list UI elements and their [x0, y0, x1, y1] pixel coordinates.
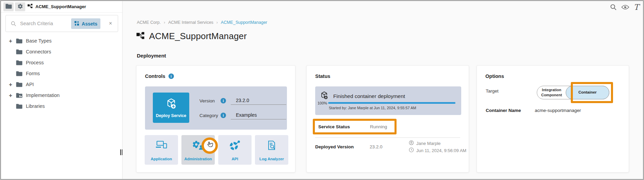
container-name-label: Container Name — [486, 108, 521, 113]
api-icon — [229, 140, 241, 151]
tree-item-libraries[interactable]: Libraries — [1, 101, 122, 112]
sidebar-toolbar: ACME_SupportManager — [1, 1, 122, 13]
progress-bar — [328, 102, 455, 104]
section-heading: Deployment — [137, 53, 166, 59]
settings-button[interactable] — [15, 2, 25, 11]
version-input[interactable] — [231, 97, 286, 105]
gear-icon — [17, 3, 23, 11]
top-right-actions: T — [610, 3, 639, 11]
clock-icon — [409, 147, 414, 153]
tile-label: API — [231, 157, 238, 161]
container-button[interactable]: Container — [566, 86, 609, 99]
breadcrumb-current[interactable]: ACME_SupportManager — [221, 20, 267, 25]
sidebar: ACME_SupportManager Assets × + Base Type… — [1, 1, 123, 179]
application-tile[interactable]: Application — [145, 135, 178, 165]
folder-icon — [16, 71, 22, 78]
tile-label: Application — [151, 157, 172, 161]
search-icon — [11, 21, 16, 28]
tree-item-process[interactable]: Process — [1, 58, 122, 68]
package-status-icon — [320, 91, 329, 101]
search-button[interactable] — [610, 4, 617, 11]
breadcrumb-item[interactable]: ACME Internal Services — [168, 20, 213, 25]
log-analyzer-tile[interactable]: Log Analyzer — [255, 135, 288, 165]
preview-eye-button[interactable] — [621, 4, 629, 10]
explorer-button[interactable] — [3, 2, 14, 11]
expand-icon[interactable]: + — [8, 81, 13, 88]
hand-cursor-icon — [206, 141, 214, 151]
status-heading: Status — [315, 73, 330, 79]
tree-item-label: Forms — [26, 71, 40, 76]
page-title-row: ACME_SupportManager — [136, 31, 247, 42]
tree-item-implementation[interactable]: + Implementation — [1, 90, 122, 101]
tree-item-label: Base Types — [26, 38, 52, 44]
highlight-box-service-status: Service Status Running — [313, 119, 397, 134]
assets-icon — [74, 21, 79, 27]
deployed-version-label: Deployed Version — [315, 144, 354, 149]
main-content: T ACME Corp. › ACME Internal Services › … — [123, 1, 643, 179]
sidebar-resize-handle[interactable] — [120, 149, 123, 155]
deploy-service-button[interactable]: Deploy Service — [153, 93, 189, 123]
tree-item-label: API — [26, 82, 34, 87]
text-tool-button[interactable]: T — [634, 3, 639, 11]
target-toggle: Integration Component Container — [537, 86, 609, 99]
asset-tree: + Base Types Connectors Process Forms + … — [1, 36, 122, 112]
deployed-at-row: Jun 11, 2024, 9:56:09 AM — [409, 147, 466, 153]
log-analyzer-icon — [267, 140, 277, 151]
controls-card: Controls i Deploy Service Version — [136, 65, 295, 173]
app-window: ACME_SupportManager Assets × + Base Type… — [0, 0, 644, 180]
tab-acme-supportmanager[interactable]: ACME_SupportManager — [28, 1, 86, 12]
expand-icon[interactable]: + — [8, 92, 13, 99]
service-status-value: Running — [370, 124, 387, 129]
project-icon — [28, 4, 33, 10]
category-input[interactable] — [231, 112, 286, 119]
package-deploy-icon — [165, 98, 177, 110]
tree-item-api[interactable]: + API — [1, 79, 122, 90]
deploy-button-label: Deploy Service — [156, 113, 187, 118]
api-tile[interactable]: API — [218, 135, 252, 165]
search-box: Assets × — [5, 15, 118, 32]
tree-item-base-types[interactable]: + Base Types — [1, 36, 122, 47]
click-indicator — [202, 137, 218, 154]
progress-percent: 100% — [318, 101, 327, 105]
application-icon — [155, 140, 167, 151]
tree-item-label: Connectors — [26, 49, 51, 54]
category-label: Category — [199, 113, 221, 118]
assets-filter-button[interactable]: Assets — [71, 18, 100, 29]
folder-icon — [16, 49, 22, 56]
deployment-message: Finished container deployment — [333, 93, 405, 99]
options-card: Options Target Integration Component Con… — [477, 65, 629, 173]
tree-item-connectors[interactable]: Connectors — [1, 47, 122, 58]
folder-icon — [16, 38, 22, 45]
deployed-by-row: Jane Marple — [409, 140, 441, 146]
deployed-at-value: Jun 11, 2024, 9:56:09 AM — [416, 148, 466, 153]
folder-icon — [16, 82, 22, 88]
tab-title: ACME_SupportManager — [35, 4, 86, 9]
breadcrumb: ACME Corp. › ACME Internal Services › AC… — [137, 20, 267, 25]
deploy-panel: Deploy Service Version i Category i — [145, 86, 287, 130]
person-icon — [409, 140, 414, 146]
tile-label: Log Analyzer — [259, 157, 284, 161]
status-panel: Finished container deployment 100% Start… — [315, 86, 461, 115]
assets-label: Assets — [82, 21, 97, 27]
breadcrumb-item[interactable]: ACME Corp. — [137, 20, 161, 25]
integration-component-button[interactable]: Integration Component — [537, 86, 566, 99]
target-label: Target — [486, 88, 499, 94]
tree-item-forms[interactable]: Forms — [1, 68, 122, 79]
expand-icon[interactable]: + — [8, 38, 13, 44]
deployed-by-value: Jane Marple — [416, 141, 441, 146]
info-icon[interactable]: i — [168, 73, 174, 79]
folder-chart-icon — [16, 93, 22, 99]
breadcrumb-separator-icon: › — [164, 20, 165, 25]
status-card: Status Finished container deployment 100… — [306, 65, 469, 173]
options-heading: Options — [485, 73, 504, 79]
search-input[interactable] — [19, 19, 67, 28]
clear-search-icon[interactable]: × — [109, 20, 112, 27]
folder-icon — [5, 4, 12, 10]
info-icon[interactable]: i — [221, 113, 226, 118]
breadcrumb-separator-icon: › — [216, 20, 218, 25]
tree-item-label: Process — [26, 60, 44, 65]
folder-icon — [16, 60, 22, 67]
container-name-value: acme-supportmanager — [535, 108, 581, 113]
info-icon[interactable]: i — [221, 98, 226, 103]
version-label: Version — [199, 98, 221, 103]
